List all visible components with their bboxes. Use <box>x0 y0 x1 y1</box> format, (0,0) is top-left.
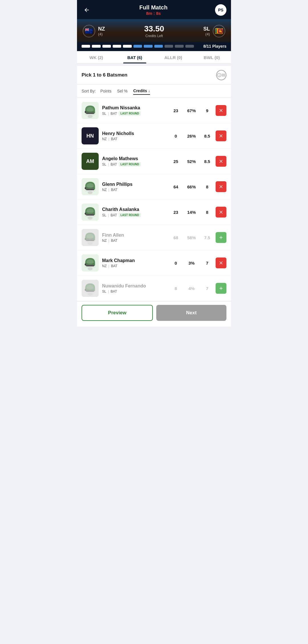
header-title-block: Full Match 8m : 8s <box>139 4 168 16</box>
user-avatar[interactable]: PS <box>215 4 226 16</box>
remove-player-button[interactable] <box>216 207 226 218</box>
player-sel: 3% <box>187 261 196 265</box>
player-credits: 8.5 <box>202 159 212 164</box>
player-card: AMAngelo MathewsSL|BATLAST ROUND2552%8.5 <box>77 149 231 174</box>
back-button[interactable] <box>82 5 92 15</box>
player-info: Finn AllenNZ|BAT <box>102 233 167 243</box>
player-name: Glenn Phillips <box>102 182 167 187</box>
slots-count: 8/11 Players <box>203 44 226 49</box>
player-meta: NZ|BAT <box>102 137 167 141</box>
add-player-button[interactable] <box>216 232 226 243</box>
remove-player-button[interactable] <box>216 130 226 141</box>
preview-button[interactable]: Preview <box>82 305 153 321</box>
player-name: Finn Allen <box>102 233 167 238</box>
team2-count: (4) <box>203 32 210 36</box>
meta-separator: | <box>108 213 109 217</box>
player-slot <box>92 45 100 48</box>
meta-separator: | <box>108 188 109 192</box>
player-stats: 84%7 <box>171 286 212 291</box>
svg-point-35 <box>88 242 92 245</box>
player-info: Henry NichollsNZ|BAT <box>102 131 167 141</box>
svg-point-1 <box>87 107 94 112</box>
team2-block: 🇱🇰 SL (4) <box>203 25 225 37</box>
player-badge: LAST ROUND <box>119 111 141 116</box>
sort-points[interactable]: Points <box>100 88 112 94</box>
svg-point-8 <box>88 115 92 118</box>
player-credits: 9 <box>202 108 212 113</box>
svg-point-19 <box>87 209 94 214</box>
player-role: BAT <box>111 213 117 217</box>
info-button[interactable] <box>216 70 226 80</box>
sort-sel[interactable]: Sel % <box>117 88 128 94</box>
svg-point-46 <box>87 285 94 290</box>
player-role: BAT <box>111 239 117 243</box>
player-team: NZ <box>102 137 107 141</box>
player-slot <box>154 45 163 48</box>
player-sel: 26% <box>187 134 196 138</box>
bottom-bar: Preview Next <box>77 301 231 327</box>
player-badge: LAST ROUND <box>119 213 141 217</box>
player-points: 64 <box>171 184 181 189</box>
section-title: Pick 1 to 6 Batsmen <box>82 72 127 78</box>
team1-block: 🇳🇿 NZ (4) <box>83 25 105 37</box>
player-slot <box>175 45 183 48</box>
team2-name: SL <box>203 26 210 32</box>
meta-separator: | <box>108 264 109 268</box>
tab-allr[interactable]: ALLR (0) <box>154 51 193 63</box>
player-card: Nuwanidu FernandoSL|BAT84%7 <box>77 276 231 301</box>
player-list: Pathum NissankaSL|BATLAST ROUND2367%9HNH… <box>77 98 231 301</box>
player-points: 23 <box>171 210 181 215</box>
player-name: Nuwanidu Fernando <box>102 283 167 289</box>
player-credits: 7 <box>202 261 212 265</box>
player-team: SL <box>102 112 106 116</box>
sort-credits[interactable]: Credits ↓ <box>133 87 150 95</box>
add-player-button[interactable] <box>216 283 226 294</box>
player-points: 8 <box>171 286 181 291</box>
player-team: SL <box>102 162 106 166</box>
svg-point-53 <box>88 293 92 296</box>
player-meta: SL|BATLAST ROUND <box>102 213 167 217</box>
remove-player-button[interactable] <box>216 257 226 268</box>
sort-label: Sort By: <box>82 89 96 93</box>
remove-player-button[interactable] <box>216 105 226 116</box>
player-name: Charith Asalanka <box>102 207 167 212</box>
tab-bat[interactable]: BAT (6) <box>116 51 154 63</box>
player-card: Charith AsalankaSL|BATLAST ROUND2314%8 <box>77 200 231 225</box>
player-info: Mark ChapmanNZ|BAT <box>102 258 167 268</box>
player-slot <box>185 45 194 48</box>
team1-name: NZ <box>98 26 105 32</box>
player-credits: 8.5 <box>202 134 212 138</box>
player-slot <box>123 45 131 48</box>
player-role: BAT <box>111 162 117 166</box>
player-meta: NZ|BAT <box>102 264 167 268</box>
tab-wk[interactable]: WK (2) <box>77 51 116 63</box>
player-stats: 026%8.5 <box>171 134 212 138</box>
player-points: 23 <box>171 108 181 113</box>
player-role: BAT <box>111 264 117 268</box>
player-sel: 58% <box>187 235 196 240</box>
player-sel: 14% <box>187 210 196 215</box>
player-stats: 2552%8.5 <box>171 159 212 164</box>
credits-label: Credits Left <box>144 34 164 38</box>
player-role: BAT <box>111 188 117 192</box>
header: Full Match 8m : 8s PS <box>77 0 231 19</box>
player-slot <box>133 45 142 48</box>
tab-bwl[interactable]: BWL (0) <box>193 51 231 63</box>
player-stats: 6466%8 <box>171 184 212 189</box>
player-card: Pathum NissankaSL|BATLAST ROUND2367%9 <box>77 98 231 123</box>
player-meta: NZ|BAT <box>102 239 167 243</box>
remove-player-button[interactable] <box>216 181 226 192</box>
match-title: Full Match <box>139 4 168 11</box>
player-meta: SL|BATLAST ROUND <box>102 111 167 116</box>
remove-player-button[interactable] <box>216 156 226 167</box>
svg-point-37 <box>87 259 94 264</box>
meta-separator: | <box>108 289 109 293</box>
player-avatar <box>82 204 99 221</box>
sort-arrow: ↓ <box>148 88 150 93</box>
player-card: HNHenry NichollsNZ|BAT026%8.5 <box>77 123 231 148</box>
next-button[interactable]: Next <box>156 305 226 321</box>
player-credits: 8 <box>202 210 212 215</box>
meta-separator: | <box>108 137 109 141</box>
tabs-bar: WK (2)BAT (6)ALLR (0)BWL (0) <box>77 51 231 64</box>
meta-separator: | <box>108 162 109 166</box>
